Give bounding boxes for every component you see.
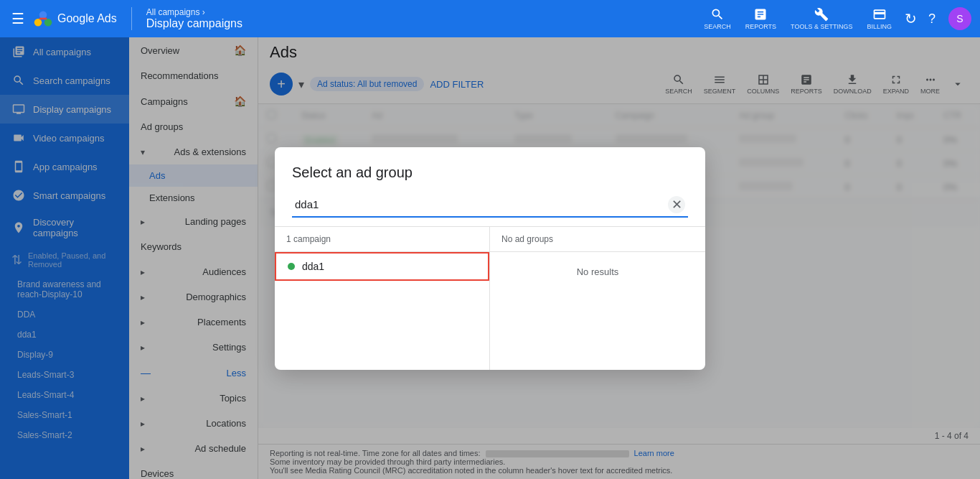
no-results-text: No results (490, 252, 705, 292)
modal-adgroups-panel: No ad groups No results (490, 227, 705, 370)
nav-right: SEARCH REPORTS TOOLS & SETTINGS BILLING … (698, 4, 971, 33)
billing-nav-btn[interactable]: BILLING (861, 4, 897, 33)
campaign-name: dda1 (302, 261, 324, 272)
top-navigation: ☰ Google Ads All campaigns › Display cam… (0, 0, 980, 37)
modal-clear-button[interactable]: ✕ (668, 196, 685, 213)
app-logo: Google Ads (33, 9, 117, 29)
svg-point-2 (39, 11, 47, 19)
modal-campaigns-panel: 1 campaign dda1 (275, 227, 490, 370)
modal-search-wrapper: ✕ (292, 192, 688, 218)
help-btn[interactable]: ? (924, 7, 940, 31)
modal-campaigns-header: 1 campaign (275, 227, 489, 252)
nav-left: ☰ Google Ads All campaigns › Display cam… (9, 7, 242, 30)
svg-point-1 (44, 19, 52, 27)
tools-nav-btn[interactable]: TOOLS & SETTINGS (785, 4, 858, 33)
reports-nav-btn[interactable]: REPORTS (740, 4, 782, 33)
nav-divider (131, 7, 132, 30)
avatar[interactable]: S (948, 7, 971, 30)
modal-header: Select an ad group (275, 147, 705, 192)
app-name: Google Ads (57, 12, 117, 25)
menu-icon[interactable]: ☰ (9, 7, 27, 30)
modal-adgroups-header: No ad groups (490, 227, 705, 252)
modal-body: 1 campaign dda1 No ad groups No results (275, 226, 705, 370)
modal-search-input[interactable] (292, 192, 688, 218)
breadcrumb-parent[interactable]: All campaigns › (146, 7, 242, 17)
modal-overlay[interactable]: Select an ad group ✕ 1 campaign dda1 No … (0, 37, 980, 479)
refresh-btn[interactable]: ↻ (900, 6, 921, 32)
campaign-status-dot (288, 263, 295, 270)
search-nav-btn[interactable]: SEARCH (698, 4, 737, 33)
modal-campaign-item[interactable]: dda1 (275, 252, 489, 281)
modal-title: Select an ad group (292, 164, 688, 181)
breadcrumb: All campaigns › Display campaigns (146, 7, 242, 30)
breadcrumb-current: Display campaigns (146, 17, 242, 30)
select-ad-group-modal: Select an ad group ✕ 1 campaign dda1 No … (275, 147, 705, 370)
svg-point-0 (34, 19, 42, 27)
google-ads-logo-icon (33, 9, 53, 29)
modal-search-row: ✕ (275, 192, 705, 226)
